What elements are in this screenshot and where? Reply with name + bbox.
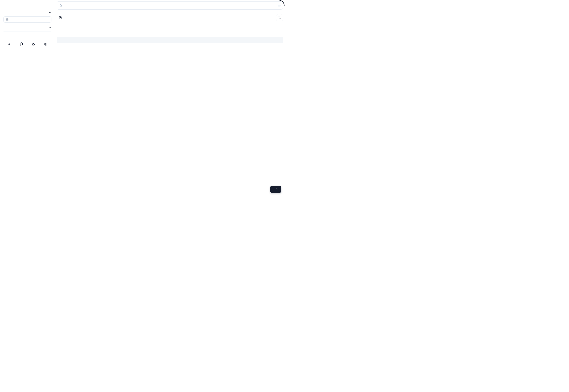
controls-row (56, 14, 283, 21)
timeline-bars (56, 25, 283, 29)
corner-arc-decoration (279, 0, 284, 6)
chevron-right-icon (276, 188, 278, 191)
chevron-up-icon (49, 11, 51, 14)
table-header-row (56, 37, 283, 43)
sidebar-footer (0, 38, 55, 46)
theme-toggle-sun-icon[interactable] (7, 42, 11, 46)
search-input[interactable] (56, 1, 283, 10)
filter-section-status-code[interactable] (3, 26, 51, 29)
divider (56, 23, 283, 23)
filter-section-time-range[interactable] (3, 10, 51, 14)
calendar-icon (6, 18, 9, 21)
status-code-filter-list (3, 31, 51, 32)
filters-sidebar (0, 0, 55, 196)
sliders-icon (278, 16, 281, 19)
hide-controls-button[interactable] (58, 16, 64, 19)
globe-icon[interactable] (44, 42, 47, 46)
main-content (55, 0, 284, 196)
timeline-axis-labels (56, 30, 283, 34)
twitter-icon[interactable] (32, 42, 35, 46)
github-icon[interactable] (20, 42, 23, 46)
data-table (56, 37, 283, 43)
view-options-button[interactable] (276, 14, 283, 21)
timeline-chart (56, 25, 283, 34)
chevron-up-icon (49, 26, 51, 29)
panel-left-close-icon (58, 16, 62, 19)
view-github-repo-button[interactable] (270, 186, 281, 193)
search-icon (59, 4, 62, 7)
date-picker-input[interactable] (3, 16, 51, 23)
